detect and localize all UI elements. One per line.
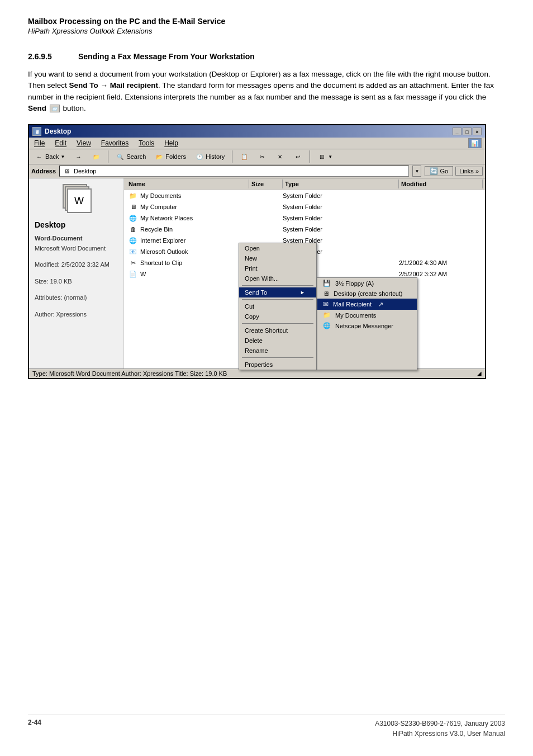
history-icon: 🕐 <box>195 152 204 161</box>
left-icon-area: W <box>35 184 118 215</box>
submenu-floppy[interactable]: 💾 3½ Floppy (A) <box>317 278 417 289</box>
doc-title: Mailbox Processing on the PC and the E-M… <box>28 17 505 26</box>
mail-label: Mail Recipient <box>333 301 372 308</box>
file-row[interactable]: 🌐My Network Places System Folder <box>124 212 485 224</box>
move-button[interactable]: ✂ <box>254 150 270 163</box>
history-button[interactable]: 🕐 History <box>192 150 228 163</box>
ctx-copy[interactable]: Copy <box>239 311 316 322</box>
submenu-mail-recipient[interactable]: ✉ Mail Recipient ↗ <box>317 299 417 310</box>
footer-doc-id: A31003-S2330-B690-2-7619, January 2003 <box>375 719 505 729</box>
address-input[interactable]: 🖥 Desktop <box>59 166 409 177</box>
search-button[interactable]: 🔍 Search <box>112 150 149 163</box>
toolbar-sep-2 <box>232 150 232 163</box>
desktop-shortcut-icon: 🖥 <box>323 290 329 297</box>
forward-button[interactable]: → <box>70 150 86 163</box>
doc-footer: 2-44 A31003-S2330-B690-2-7619, January 2… <box>28 715 505 739</box>
delete-button[interactable]: ✕ <box>272 150 288 163</box>
ctx-open-with[interactable]: Open With... <box>239 273 316 284</box>
maximize-button[interactable]: □ <box>463 127 472 135</box>
ctx-send-to[interactable]: Send To ► <box>239 287 316 297</box>
menu-help[interactable]: Help <box>163 139 180 148</box>
file-row[interactable]: 🖥My Computer System Folder <box>124 201 485 212</box>
submenu-my-documents[interactable]: 📁 My Documents <box>317 310 417 320</box>
file-area: Name Size Type Modified 📁My Documents Sy… <box>124 178 485 368</box>
body-text: If you want to send a document from your… <box>28 69 505 114</box>
mydocs-submenu-icon: 📁 <box>323 311 331 319</box>
footer-right: A31003-S2330-B690-2-7619, January 2003 H… <box>375 719 505 739</box>
ctx-print[interactable]: Print <box>239 263 316 273</box>
copy-button[interactable]: 📋 <box>236 150 252 163</box>
back-label: Back <box>45 153 59 160</box>
back-button[interactable]: ← Back ▼ <box>31 150 68 163</box>
ctx-cut[interactable]: Cut <box>239 301 316 311</box>
views-dropdown[interactable]: ▼ <box>328 154 332 159</box>
ctx-sep-1 <box>242 285 313 286</box>
links-button[interactable]: Links » <box>455 167 483 176</box>
ctx-delete[interactable]: Delete <box>239 336 316 346</box>
menu-favorites[interactable]: Favorites <box>99 139 130 148</box>
explorer-window: 🖥 Desktop _ □ × File Edit View Favorites… <box>28 124 486 379</box>
send-to-submenu: 💾 3½ Floppy (A) 🖥 Desktop (create shortc… <box>317 277 417 370</box>
file-name: 📧Microsoft Outlook <box>126 247 249 257</box>
folders-button[interactable]: 📂 Folders <box>151 150 189 163</box>
views-icon: ⊞ <box>317 152 326 161</box>
menu-file[interactable]: File <box>32 139 46 148</box>
section-header: 2.6.9.5 Sending a Fax Message From Your … <box>28 52 505 61</box>
back-dropdown[interactable]: ▼ <box>60 154 65 159</box>
menu-tools[interactable]: Tools <box>137 139 156 148</box>
recycle-icon: 🗑 <box>129 225 137 234</box>
file-name: 🗑Recycle Bin <box>126 224 249 234</box>
go-button[interactable]: 🔄 Go <box>425 166 453 176</box>
close-button[interactable]: × <box>473 127 482 135</box>
file-list-header: Name Size Type Modified <box>124 178 485 190</box>
up-icon: 📁 <box>92 152 101 161</box>
ctx-create-shortcut[interactable]: Create Shortcut <box>239 325 316 336</box>
floppy-icon: 💾 <box>323 280 331 287</box>
ctx-sep-2 <box>242 299 313 300</box>
file-row[interactable]: 🗑Recycle Bin System Folder <box>124 224 485 235</box>
address-bar: Address 🖥 Desktop ▼ 🔄 Go Links » <box>29 164 485 178</box>
window-controls[interactable]: _ □ × <box>453 127 482 135</box>
submenu-arrow: ► <box>300 290 305 295</box>
netscape-label: Netscape Messenger <box>335 323 393 329</box>
submenu-netscape[interactable]: 🌐 Netscape Messenger <box>317 320 417 331</box>
context-menu: Open New Print Open With... Send To ► Cu… <box>239 243 317 370</box>
ctx-rename[interactable]: Rename <box>239 346 316 356</box>
status-resize: ◢ <box>477 370 482 377</box>
status-text: Type: Microsoft Word Document Author: Xp… <box>32 370 227 377</box>
go-label: Go <box>440 168 448 174</box>
desktop-icon: 🖥 <box>63 167 72 176</box>
minimize-button[interactable]: _ <box>453 127 461 135</box>
up-button[interactable]: 📁 <box>88 150 104 163</box>
title-bar: 🖥 Desktop _ □ × <box>29 125 485 138</box>
panel-author: Author: Xpressions <box>35 310 118 320</box>
ctx-properties[interactable]: Properties <box>239 360 316 370</box>
menu-view[interactable]: View <box>75 139 93 148</box>
delete-icon: ✕ <box>275 152 284 161</box>
section-number: 2.6.9.5 <box>28 52 67 61</box>
file-name: 🖥My Computer <box>126 202 249 212</box>
mail-icon: ✉ <box>323 300 329 308</box>
toolbar-sep-3 <box>310 150 310 163</box>
address-right: 🔄 Go Links » <box>425 166 483 176</box>
toolbar-sep-1 <box>108 150 108 163</box>
panel-size: Size: 19.0 KB <box>35 277 118 287</box>
window-title: Desktop <box>45 127 71 135</box>
toolbar: ← Back ▼ → 📁 🔍 Search 📂 Folders 🕐 Histor… <box>29 149 485 164</box>
undo-button[interactable]: ↩ <box>290 150 306 163</box>
col-size: Size <box>249 179 283 188</box>
col-modified: Modified <box>399 179 483 188</box>
address-dropdown[interactable]: ▼ <box>412 166 421 177</box>
panel-title: Desktop <box>35 220 118 229</box>
doc-subtitle: HiPath Xpressions Outlook Extensions <box>28 27 505 35</box>
ie-icon: 🌐 <box>129 236 137 245</box>
floppy-label: 3½ Floppy (A) <box>335 280 374 287</box>
submenu-desktop[interactable]: 🖥 Desktop (create shortcut) <box>317 289 417 299</box>
ctx-open[interactable]: Open <box>239 243 316 253</box>
page-number: 2-44 <box>28 719 41 739</box>
network-icon: 🌐 <box>129 214 137 223</box>
views-button[interactable]: ⊞ ▼ <box>314 150 336 163</box>
ctx-new[interactable]: New <box>239 253 316 263</box>
file-row[interactable]: 📁My Documents System Folder <box>124 190 485 201</box>
menu-edit[interactable]: Edit <box>53 139 68 148</box>
